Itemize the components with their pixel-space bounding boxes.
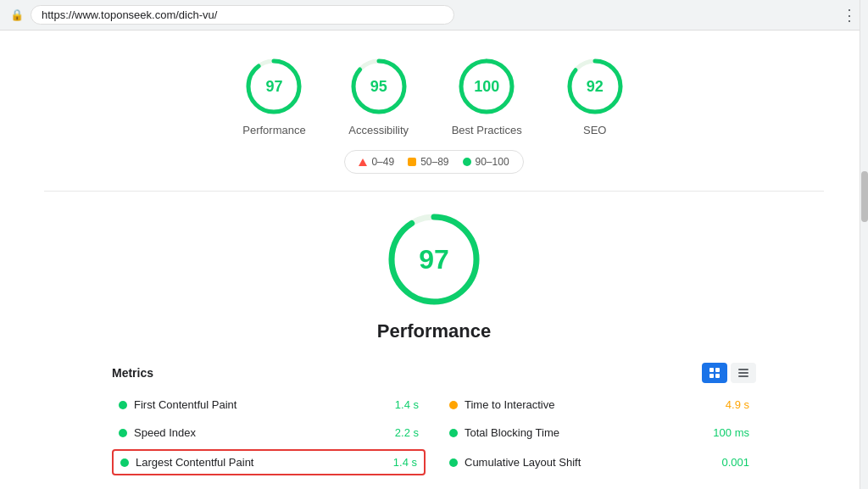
score-item-performance: 97 Performance (242, 56, 305, 136)
main-score-label: Performance (377, 320, 492, 342)
section-divider (44, 191, 824, 192)
metric-row-si: Speed Index 2.2 s (112, 421, 426, 444)
metric-row-tbt: Total Blocking Time 100 ms (442, 421, 756, 444)
score-label-best-practices: Best Practices (452, 124, 522, 136)
browser-bar: 🔒 https://www.toponseek.com/dich-vu/ ⋮ (0, 0, 868, 31)
toggle-grid-button[interactable] (702, 363, 727, 383)
scrollbar-thumb[interactable] (861, 171, 868, 222)
metric-value-fcp: 1.4 s (395, 398, 419, 411)
legend-circle-icon (463, 158, 471, 166)
metric-value-tbt: 100 ms (713, 426, 749, 439)
score-value-best-practices: 100 (474, 78, 499, 96)
main-score-value: 97 (419, 244, 449, 275)
metrics-grid: First Contentful Paint 1.4 s Time to Int… (112, 393, 756, 475)
main-content: 97 Performance 95 Accessibility (10, 31, 858, 489)
svg-rect-14 (738, 369, 748, 370)
scrollbar[interactable] (860, 0, 868, 489)
legend-bad-label: 0–49 (371, 156, 394, 168)
metrics-section: Metrics (112, 363, 756, 489)
score-item-seo: 92 SEO (565, 56, 626, 136)
metric-dot-tbt (449, 429, 458, 437)
score-item-accessibility: 95 Accessibility (348, 56, 409, 136)
score-value-accessibility: 95 (370, 78, 387, 96)
score-label-seo: SEO (583, 124, 606, 136)
score-label-accessibility: Accessibility (348, 124, 409, 136)
score-circle-seo: 92 (565, 56, 626, 117)
legend-square-icon (408, 158, 416, 166)
score-value-seo: 92 (587, 78, 604, 96)
svg-rect-13 (715, 374, 720, 378)
metric-value-si: 2.2 s (395, 426, 419, 439)
metric-row-lcp: Largest Contentful Paint 1.4 s (112, 449, 426, 475)
legend: 0–49 50–89 90–100 (344, 150, 523, 174)
metric-row-tti: Time to Interactive 4.9 s (442, 393, 756, 416)
legend-item-medium: 50–89 (408, 156, 448, 168)
metric-row-cls: Cumulative Layout Shift 0.001 (442, 449, 756, 475)
metric-dot-lcp (120, 458, 129, 467)
svg-rect-11 (715, 368, 720, 372)
svg-rect-12 (709, 374, 714, 378)
main-performance-section: 97 Performance (44, 208, 824, 342)
legend-item-bad: 0–49 (359, 156, 394, 168)
metrics-header: Metrics (112, 363, 756, 383)
browser-menu-dots[interactable]: ⋮ (842, 6, 858, 25)
score-item-best-practices: 100 Best Practices (452, 56, 522, 136)
score-circle-best-practices: 100 (456, 56, 517, 117)
metric-name-lcp: Largest Contentful Paint (136, 456, 387, 469)
metric-name-si: Speed Index (134, 426, 388, 439)
metric-dot-si (119, 429, 127, 437)
metrics-title: Metrics (112, 366, 153, 380)
main-score-circle: 97 (383, 208, 485, 310)
score-value-performance: 97 (265, 78, 282, 96)
svg-rect-15 (738, 372, 748, 374)
legend-good-label: 90–100 (476, 156, 509, 168)
metric-value-cls: 0.001 (721, 456, 749, 469)
legend-medium-label: 50–89 (420, 156, 448, 168)
view-toggle[interactable] (702, 363, 756, 383)
scores-row: 97 Performance 95 Accessibility (44, 47, 824, 136)
address-bar[interactable]: https://www.toponseek.com/dich-vu/ (31, 5, 454, 25)
svg-rect-16 (738, 375, 748, 377)
toggle-list-button[interactable] (731, 363, 756, 383)
score-circle-accessibility: 95 (348, 56, 409, 117)
metric-value-tti: 4.9 s (726, 398, 749, 411)
lock-icon: 🔒 (10, 8, 24, 21)
metric-value-lcp: 1.4 s (393, 456, 417, 469)
score-label-performance: Performance (242, 124, 305, 136)
metric-name-cls: Cumulative Layout Shift (465, 456, 715, 469)
metric-name-tti: Time to Interactive (465, 398, 719, 411)
legend-item-good: 90–100 (463, 156, 509, 168)
metric-name-fcp: First Contentful Paint (134, 398, 388, 411)
metric-dot-cls (449, 458, 458, 467)
metric-name-tbt: Total Blocking Time (465, 426, 706, 439)
metric-dot-tti (449, 401, 458, 409)
metric-dot-fcp (119, 401, 127, 409)
legend-triangle-icon (359, 158, 367, 166)
score-circle-performance: 97 (243, 56, 304, 117)
metric-row-fcp: First Contentful Paint 1.4 s (112, 393, 426, 416)
svg-rect-10 (709, 368, 714, 372)
